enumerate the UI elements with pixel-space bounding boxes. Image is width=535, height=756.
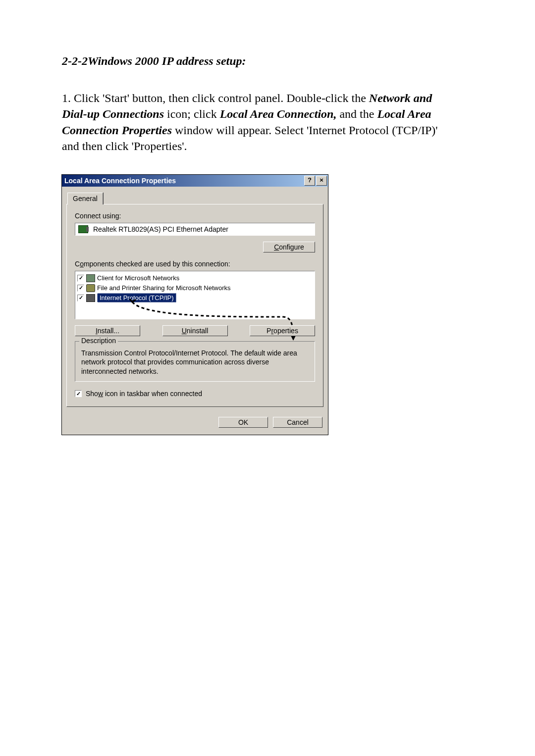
tab-general[interactable]: General bbox=[67, 193, 103, 204]
checkbox-icon[interactable] bbox=[77, 295, 84, 302]
document-page: 2-2-2Windows 2000 IP address setup: 1. C… bbox=[0, 0, 535, 756]
checkbox-icon[interactable] bbox=[77, 285, 84, 292]
section-heading: 2-2-2Windows 2000 IP address setup: bbox=[62, 54, 476, 68]
list-item-tcpip[interactable]: Internet Protocol (TCP/IP) bbox=[77, 293, 313, 303]
description-legend: Description bbox=[79, 337, 118, 345]
list-item-label: Client for Microsoft Networks bbox=[97, 274, 179, 282]
install-button[interactable]: Install... bbox=[75, 325, 140, 336]
adapter-name: Realtek RTL8029(AS) PCI Ethernet Adapter bbox=[93, 225, 228, 233]
tcpip-icon bbox=[86, 294, 95, 302]
uninstall-button[interactable]: Uninstall bbox=[162, 325, 228, 336]
description-fieldset: Description Transmission Control Protoco… bbox=[75, 341, 315, 382]
ok-button[interactable]: OK bbox=[218, 417, 268, 428]
client-network-icon bbox=[86, 274, 95, 282]
list-item[interactable]: File and Printer Sharing for Microsoft N… bbox=[77, 283, 313, 293]
tab-pane: Connect using: Realtek RTL8029(AS) PCI E… bbox=[66, 204, 323, 407]
annotation-arrow-icon bbox=[115, 297, 303, 344]
components-listbox[interactable]: Client for Microsoft Networks File and P… bbox=[75, 271, 315, 319]
dialog-title: Local Area Connection Properties bbox=[64, 177, 176, 185]
text: and the bbox=[336, 107, 377, 120]
connect-using-label: Connect using: bbox=[75, 212, 315, 220]
tab-strip: General bbox=[66, 191, 323, 204]
show-icon-checkbox[interactable] bbox=[75, 390, 82, 397]
cancel-button[interactable]: Cancel bbox=[273, 417, 322, 428]
close-button[interactable]: × bbox=[316, 176, 327, 186]
text: icon; click bbox=[164, 107, 220, 120]
list-item-label-selected: Internet Protocol (TCP/IP) bbox=[97, 293, 176, 302]
description-text: Transmission Control Protocol/Internet P… bbox=[81, 349, 309, 377]
text: 1. Click 'Start' button, then click cont… bbox=[62, 92, 369, 104]
list-item[interactable]: Client for Microsoft Networks bbox=[77, 273, 313, 283]
text-bold: Local Area Connection, bbox=[220, 107, 337, 120]
network-card-icon bbox=[78, 225, 88, 233]
checkbox-icon[interactable] bbox=[77, 275, 84, 282]
configure-button[interactable]: Configure bbox=[263, 242, 315, 252]
show-icon-label: Show icon in taskbar when connected bbox=[86, 390, 202, 398]
help-button[interactable]: ? bbox=[304, 176, 315, 186]
properties-button[interactable]: Properties bbox=[250, 325, 315, 336]
dialog-titlebar: Local Area Connection Properties ? × bbox=[62, 175, 328, 187]
list-item-label: File and Printer Sharing for Microsoft N… bbox=[97, 284, 230, 292]
instruction-paragraph: 1. Click 'Start' button, then click cont… bbox=[62, 90, 438, 154]
components-label: Components checked are used by this conn… bbox=[75, 260, 315, 268]
file-share-icon bbox=[86, 284, 95, 292]
lan-properties-dialog: Local Area Connection Properties ? × Gen… bbox=[61, 174, 328, 436]
adapter-field: Realtek RTL8029(AS) PCI Ethernet Adapter bbox=[75, 223, 315, 236]
